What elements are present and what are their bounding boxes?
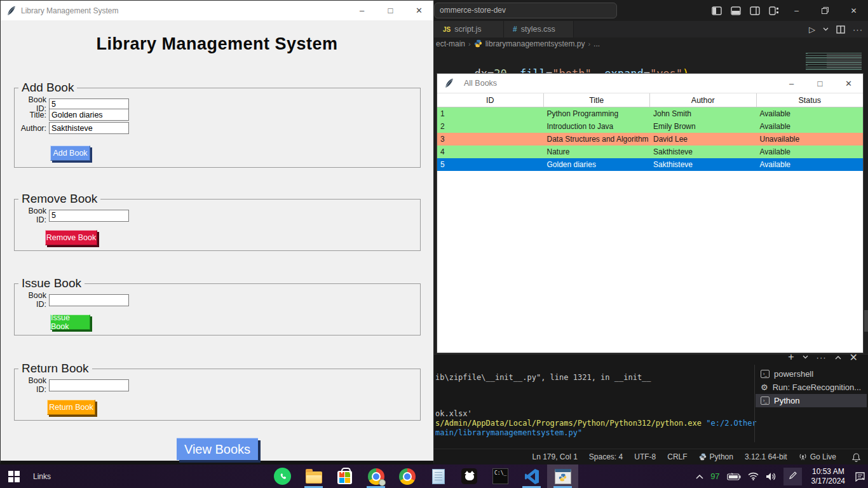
breadcrumb[interactable]: ect-main › librarymanagementsystem.py › … xyxy=(434,37,868,50)
section-legend: Add Book xyxy=(18,81,77,95)
column-header-status[interactable]: Status xyxy=(757,93,864,107)
maximize-icon[interactable]: □ xyxy=(806,74,834,93)
encoding[interactable]: UTF-8 xyxy=(634,452,656,461)
terminal-item-python[interactable]: ›_ Python xyxy=(756,394,867,407)
add-author-field[interactable] xyxy=(49,122,129,134)
terminal-item-run-facerecognition[interactable]: ⚙ Run: FaceRecognition... xyxy=(756,381,867,394)
column-header-author[interactable]: Author xyxy=(650,93,757,107)
toggle-secondary-sidebar-icon[interactable] xyxy=(750,6,760,15)
terminal-icon: ›_ xyxy=(761,370,770,378)
action-center-icon[interactable] xyxy=(855,471,865,482)
return-book-button[interactable]: Return Book xyxy=(47,400,95,415)
run-button[interactable]: ▷ xyxy=(809,25,815,34)
minimize-icon[interactable]: – xyxy=(782,0,811,21)
windows-ink-icon[interactable] xyxy=(783,468,802,485)
cell-id: 3 xyxy=(437,133,544,146)
cell-title: Python Programming xyxy=(544,107,651,120)
window-controls: – □ ✕ xyxy=(348,1,433,20)
chrome-icon[interactable] xyxy=(391,464,423,488)
vscode-search-box[interactable]: ommerce-store-dev xyxy=(434,3,617,18)
language-mode[interactable]: Python xyxy=(699,452,733,461)
terminal-path: s/Admin/AppData/Local/Programs/Python/Py… xyxy=(435,419,706,428)
column-header-id[interactable]: ID xyxy=(437,93,544,107)
editor-scrollbar[interactable] xyxy=(864,310,868,332)
cell-title: Golden diaries xyxy=(544,158,651,171)
table-row[interactable]: 2 Introduction to Java Emily Brown Avail… xyxy=(437,120,863,133)
close-icon[interactable]: ✕ xyxy=(405,1,433,20)
microsoft-store-icon[interactable] xyxy=(329,464,360,488)
issue-book-section: Issue Book Book ID: Issue Book xyxy=(14,283,421,336)
clock[interactable]: 10:53 AM 3/17/2024 xyxy=(811,467,845,486)
command-prompt-icon[interactable]: C:\_ xyxy=(485,464,516,488)
new-terminal-icon[interactable]: + xyxy=(788,351,794,363)
minimize-icon[interactable]: – xyxy=(777,74,806,93)
terminal-output-line: ib\zipfile\__init__.py", line 1321, in _… xyxy=(435,373,651,382)
chrome-profile-icon[interactable] xyxy=(360,464,391,488)
add-book-section: Add Book Book ID: Title: Author: Add Boo… xyxy=(14,88,421,168)
more-actions-icon[interactable]: ··· xyxy=(853,25,863,34)
tab-styles-css[interactable]: # styles.css xyxy=(504,21,574,37)
table-row[interactable]: 4 Nature Sakthisteve Available xyxy=(437,146,863,158)
links-toolbar[interactable]: Links xyxy=(33,472,51,481)
return-book-id-field[interactable] xyxy=(49,379,129,391)
issue-book-id-field[interactable] xyxy=(49,294,129,306)
cell-status: Available xyxy=(757,107,864,120)
run-dropdown-icon[interactable] xyxy=(823,27,829,31)
add-title-field[interactable] xyxy=(49,109,129,121)
wifi-icon[interactable] xyxy=(748,472,759,480)
remove-book-id-field[interactable] xyxy=(49,210,129,222)
table-row-selected[interactable]: 5 Golden diaries Sakthisteve Available xyxy=(437,158,863,171)
maximize-icon[interactable]: □ xyxy=(376,1,405,20)
breadcrumb-folder[interactable]: ect-main xyxy=(436,39,465,48)
indentation[interactable]: Spaces: 4 xyxy=(589,452,623,461)
section-legend: Return Book xyxy=(18,362,92,376)
issue-book-button[interactable]: Issue Book xyxy=(50,315,90,330)
tab-label: styles.css xyxy=(521,25,555,34)
remove-book-button[interactable]: Remove Book xyxy=(45,230,97,245)
add-book-button[interactable]: Add Book xyxy=(50,146,90,161)
eol-sequence[interactable]: CRLF xyxy=(667,452,687,461)
battery-icon[interactable] xyxy=(727,473,741,480)
cell-author: Emily Brown xyxy=(650,120,757,133)
python-app-icon[interactable] xyxy=(547,464,578,488)
minimize-icon[interactable]: – xyxy=(348,1,376,20)
window-title: Library Management System xyxy=(21,6,348,15)
vscode-titlebar: ommerce-store-dev – ✕ xyxy=(434,0,868,21)
toggle-panel-icon[interactable] xyxy=(731,6,741,15)
python-version[interactable]: 3.12.1 64-bit xyxy=(745,452,787,461)
customize-layout-icon[interactable] xyxy=(769,6,779,15)
split-editor-icon[interactable] xyxy=(836,25,845,34)
go-live[interactable]: Go Live xyxy=(799,452,836,461)
cursor-position[interactable]: Ln 179, Col 1 xyxy=(532,452,577,461)
notifications-bell-icon[interactable] xyxy=(852,449,860,465)
view-books-button[interactable]: View Books xyxy=(177,438,258,460)
table-row[interactable]: 1 Python Programming John Smith Availabl… xyxy=(437,107,863,120)
editor-actions: ▷ ··· xyxy=(809,21,863,37)
tray-expand-icon[interactable] xyxy=(696,474,703,479)
notepad-icon[interactable] xyxy=(423,464,454,488)
close-icon[interactable]: ✕ xyxy=(834,74,863,93)
column-header-title[interactable]: Title xyxy=(544,93,651,107)
terminal-dropdown-icon[interactable] xyxy=(803,355,808,359)
breadcrumb-more[interactable]: ... xyxy=(593,39,600,48)
broadcast-icon xyxy=(799,453,807,461)
terminal-item-powershell[interactable]: ›_ powershell xyxy=(756,367,867,381)
github-desktop-icon[interactable] xyxy=(454,464,485,488)
cell-status: Available xyxy=(757,158,864,171)
vscode-icon[interactable] xyxy=(516,464,547,488)
tab-script-js[interactable]: JS script.js xyxy=(434,21,504,37)
panel-more-icon[interactable]: ··· xyxy=(817,353,827,362)
maximize-panel-icon[interactable] xyxy=(835,355,841,360)
start-button[interactable] xyxy=(0,464,28,488)
close-icon[interactable]: ✕ xyxy=(839,0,868,21)
toggle-sidebar-icon[interactable] xyxy=(712,6,722,15)
volume-icon[interactable] xyxy=(766,472,776,481)
title-label: Title: xyxy=(17,111,46,119)
table-row[interactable]: 3 Data Structures and Algorithm David Le… xyxy=(437,133,863,146)
whatsapp-icon[interactable] xyxy=(267,464,298,488)
minimap[interactable] xyxy=(806,53,862,71)
restore-icon[interactable] xyxy=(811,0,839,21)
file-explorer-icon[interactable] xyxy=(298,464,329,488)
breadcrumb-file[interactable]: librarymanagementsystem.py xyxy=(485,39,585,48)
close-panel-icon[interactable]: ✕ xyxy=(850,351,858,363)
